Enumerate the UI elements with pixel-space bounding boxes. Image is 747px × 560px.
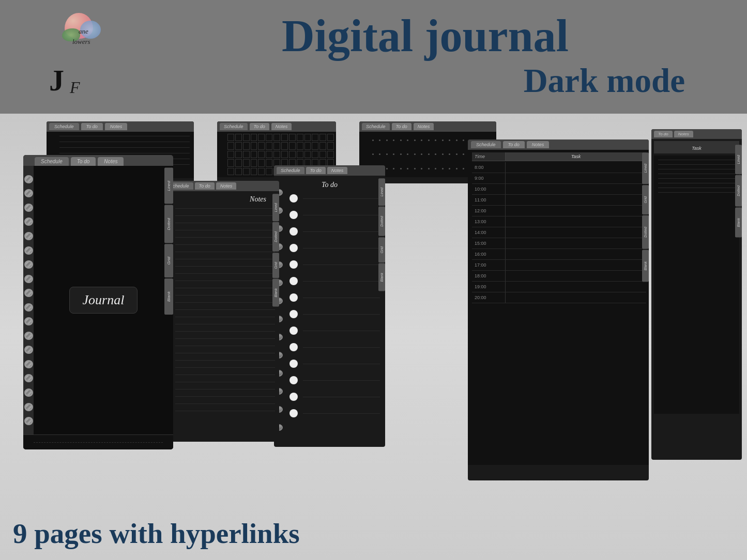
todo-circle-6: [289, 277, 298, 285]
top-nb3-tab-todo: To do: [392, 123, 411, 130]
schedule-side-tab-lined: Lined: [642, 152, 649, 184]
time-cell-8: 8:00: [472, 162, 506, 173]
time-row-8: 8:00: [472, 162, 646, 173]
right-back-tabs: To do Notes: [651, 129, 742, 139]
todo-item-1: [289, 194, 380, 203]
notes-page-title: Notes: [163, 191, 279, 206]
main-side-tab-blank: Blank: [164, 278, 173, 315]
schedule-right-content: Time Task 8:00 9:00 10:00 11:00 12:00 13…: [468, 150, 649, 465]
notes-title-text: Notes: [250, 195, 266, 203]
todo-circles-tab-schedule: Schedule: [277, 167, 304, 174]
schedule-col-time: Time: [472, 152, 506, 161]
notes-tabs: Schedule To do Notes: [163, 181, 279, 191]
journal-label-text: Journal: [83, 292, 125, 307]
top-nb2-tab-notes: Notes: [271, 123, 292, 130]
top-nb1-tabs: Schedule To do Notes: [47, 121, 194, 132]
schedule-col-task: Task: [506, 152, 646, 161]
todo-circle-5: [289, 260, 298, 269]
right-back-tab-notes: Notes: [674, 131, 693, 137]
right-back-side-tab-blank: Blank: [735, 208, 742, 238]
todo-side-tab-lined: Lined: [378, 178, 385, 206]
schedule-right-tab-schedule: Schedule: [471, 141, 501, 148]
time-cell-14: 14:00: [472, 227, 506, 238]
todo-item-8: [289, 310, 380, 318]
time-row-11: 11:00: [472, 195, 646, 206]
todo-circle-9: [289, 326, 298, 335]
right-back-task-label: Task: [692, 146, 702, 151]
top-nb1-tab-todo: To do: [81, 123, 103, 130]
todo-item-9: [289, 326, 380, 335]
time-row-18: 18:00: [472, 271, 646, 282]
time-row-10: 10:00: [472, 184, 646, 195]
time-cell-11: 11:00: [472, 195, 506, 205]
todo-item-12: [289, 376, 380, 384]
schedule-side-tab-grid: Grid: [642, 185, 649, 214]
todo-title-text: To do: [322, 181, 338, 189]
time-row-20: 20:00: [472, 292, 646, 303]
main-tab-notes: Notes: [98, 157, 124, 166]
todo-circles-tab-todo: To do: [306, 167, 326, 174]
todo-circle-3: [289, 227, 298, 236]
main-title: Digital journal: [282, 13, 569, 59]
todo-item-7: [289, 293, 380, 302]
todo-circles-tab-notes: Notes: [327, 167, 348, 174]
todo-circle-11: [289, 360, 298, 368]
todo-item-3: [289, 227, 380, 236]
todo-circle-4: [289, 244, 298, 252]
todo-side-tab-dotted: Dotted: [378, 207, 385, 236]
main-journal-cover: Journal: [23, 166, 173, 434]
time-cell-15: 15:00: [472, 238, 506, 248]
notes-notebook: Schedule To do Notes Notes: [163, 181, 279, 442]
todo-circle-8: [289, 310, 298, 318]
main-tab-todo: To do: [71, 157, 96, 166]
right-back-task-header: Task: [654, 141, 739, 153]
right-back-notebook: To do Notes Task Lined Dotted Blank: [651, 129, 742, 460]
notes-side-tab-grid: Grid: [272, 253, 279, 278]
time-cell-18: 18:00: [472, 271, 506, 281]
main-side-tab-dotted: Dotted: [164, 205, 173, 243]
top-nb3-tabs: Schedule To do Notes: [359, 121, 496, 132]
notes-side-tab-dotted: Dotted: [272, 222, 279, 252]
time-row-19: 19:00: [472, 282, 646, 292]
time-row-16: 16:00: [472, 249, 646, 260]
time-cell-12: 12:00: [472, 206, 506, 216]
todo-circle-13: [289, 393, 298, 401]
time-row-17: 17:00: [472, 260, 646, 271]
todo-circle-14: [289, 409, 298, 417]
main-spiral-strip: [23, 166, 34, 434]
schedule-right-tab-notes: Notes: [527, 141, 550, 148]
schedule-right-tabs: Schedule To do Notes: [468, 139, 649, 150]
todo-item-6: [289, 277, 380, 285]
todo-item-2: [289, 211, 380, 219]
todo-circles-side-tabs: Lined Dotted Grid Blank: [378, 178, 385, 291]
todo-side-tab-blank: Blank: [378, 263, 385, 291]
right-back-content: [654, 155, 739, 414]
todo-item-14: [289, 409, 380, 417]
main-journal-tabs: Schedule To do Notes: [23, 155, 173, 166]
right-back-side-tab-lined: Lined: [735, 145, 742, 174]
time-cell-13: 13:00: [472, 216, 506, 227]
top-nb2-tab-schedule: Schedule: [220, 123, 248, 130]
todo-item-5: [289, 260, 380, 269]
main-journal-bottom: [23, 434, 173, 449]
time-row-12: 12:00: [472, 206, 646, 216]
top-nb1-tab-notes: Notes: [105, 123, 128, 130]
schedule-side-tab-dotted: Dotted: [642, 215, 649, 249]
todo-circle-1: [289, 194, 298, 203]
time-cell-9: 9:00: [472, 173, 506, 183]
main-side-tab-lined: Lined: [164, 168, 173, 204]
right-back-side-tabs: Lined Dotted Blank: [735, 145, 742, 237]
todo-items-list: [284, 192, 385, 420]
notes-side-tabs: Lined Dotted Grid Blank: [272, 194, 279, 307]
title-area: Digital journal Dark mode: [134, 13, 716, 100]
footer-tagline-container: 9 pages with hyperlinks: [13, 517, 300, 550]
schedule-side-tab-blank: Blank: [642, 250, 649, 282]
time-row-9: 9:00: [472, 173, 646, 184]
top-nb3-tab-notes: Notes: [414, 123, 434, 130]
time-row-15: 15:00: [472, 238, 646, 249]
logo-letter-f: F: [70, 79, 80, 96]
schedule-right-tab-todo: To do: [503, 141, 525, 148]
todo-circles-notebook: Schedule To do Notes To do: [274, 165, 385, 447]
main-journal-side-tabs: Lined Dotted Grid Blank: [164, 168, 173, 315]
notes-side-tab-lined: Lined: [272, 194, 279, 221]
